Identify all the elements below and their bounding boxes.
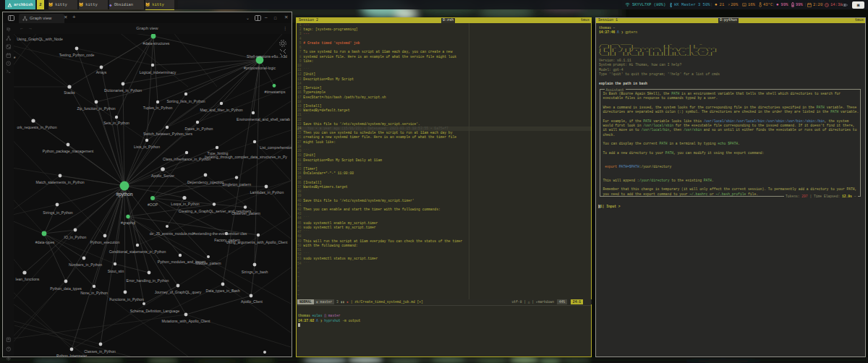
- svg-text:Apollo_Client: Apollo_Client: [241, 299, 263, 304]
- svg-text:Strings_in_bash: Strings_in_bash: [242, 270, 268, 274]
- svg-text:Switch_between_Python_vers: Switch_between_Python_vers: [143, 132, 193, 136]
- svg-text:None_in_Python: None_in_Python: [80, 291, 108, 295]
- svg-text:#graphql: #graphql: [121, 221, 135, 225]
- svg-text:Journey_of_GraphQL_query: Journey_of_GraphQL_query: [155, 290, 202, 294]
- svg-text:lean_functions: lean_functions: [16, 277, 40, 281]
- svg-text:Tuples_in_Python: Tuples_in_Python: [143, 106, 173, 110]
- svg-text:Class_inheritance_in_Python: Class_inheritance_in_Python: [163, 157, 210, 161]
- svg-text:Match_statements_in_Python: Match_statements_in_Python: [35, 180, 84, 184]
- svg-text:Error_handling_in_Python: Error_handling_in_Python: [127, 278, 169, 283]
- svg-text:Dates_in_Python: Dates_in_Python: [185, 127, 213, 131]
- svg-text:Logical_indeterminacy: Logical_indeterminacy: [140, 70, 176, 74]
- svg-text:#OOP: #OOP: [148, 202, 158, 207]
- svg-text:Python_data_types: Python_data_types: [50, 286, 82, 291]
- svg-text:Zip_function_in_Python: Zip_function_in_Python: [77, 106, 115, 111]
- svg-text:Map_and_filter_in_Python: Map_and_filter_in_Python: [200, 108, 242, 112]
- svg-text:Dependency_injection: Dependency_injection: [187, 180, 224, 184]
- svg-text:#timestamps: #timestamps: [265, 90, 286, 94]
- svg-text:Data_types_in_Bash: Data_types_in_Bash: [205, 289, 239, 293]
- svg-text:Observer_pattern: Observer_pattern: [231, 211, 260, 215]
- svg-text:Using_GraphQL_with_Node: Using_GraphQL_with_Node: [17, 37, 63, 41]
- svg-text:List_comprehension: List_comprehension: [260, 145, 292, 150]
- svg-text:Apollo_Server: Apollo_Server: [151, 174, 174, 178]
- svg-text:Classes_in_Python: Classes_in_Python: [84, 349, 116, 354]
- svg-text:#python: #python: [116, 192, 133, 197]
- svg-text:ork_requests_in_Python: ork_requests_in_Python: [17, 125, 57, 129]
- svg-text:Functions_in_Python: Functions_in_Python: [109, 297, 144, 302]
- svg-text:Numbers_in_Python: Numbers_in_Python: [69, 262, 102, 267]
- svg-text:Python_execution: Python_execution: [90, 240, 120, 244]
- svg-text:Environmental_and_shell_variab: Environmental_and_shell_variab: [237, 117, 290, 121]
- svg-text:Conditional_statements_in_Pyth: Conditional_statements_in_Python: [109, 249, 166, 254]
- svg-text:#data-types: #data-types: [35, 240, 55, 244]
- svg-text:Stacks: Stacks: [64, 90, 75, 95]
- svg-text:Dictionaries_in_Python: Dictionaries_in_Python: [104, 88, 142, 93]
- svg-text:Strings_in_Python: Strings_in_Python: [43, 210, 73, 215]
- svg-text:Python_package_management: Python_package_management: [43, 149, 94, 153]
- svg-text:#data-structures: #data-structures: [143, 41, 170, 46]
- svg-text:Using_arguments_with_Apollo_Cl: Using_arguments_with_Apollo_Client: [226, 240, 288, 244]
- svg-text:Module_pattern: Module_pattern: [195, 261, 221, 265]
- svg-text:IO_in_Python: IO_in_Python: [64, 235, 87, 239]
- svg-text:Sets_in_Python: Sets_in_Python: [103, 121, 129, 125]
- svg-text:Python_Interpreter: Python_Interpreter: [56, 354, 87, 356]
- svg-text:Lists_in_Python: Lists_in_Python: [134, 145, 160, 149]
- svg-text:Mutations_with_Apollo_Client: Mutations_with_Apollo_Client: [162, 319, 210, 323]
- svg-text:Testing_Python_code: Testing_Python_code: [59, 53, 95, 57]
- svg-text:Lambdas_in_Python: Lambdas_in_Python: [250, 190, 284, 195]
- svg-text:Iterating_through_complex_data: Iterating_through_complex_data_structure…: [205, 155, 287, 159]
- svg-text:Schema_Definition_Language: Schema_Definition_Language: [130, 309, 179, 313]
- svg-text:Singleton_pattern: Singleton_pattern: [222, 182, 251, 187]
- svg-text:Loops_in_Python: Loops_in_Python: [171, 202, 200, 206]
- svg-text:de_JS_events_module.md#extendi: de_JS_events_module.md#extending-the-eve…: [150, 231, 247, 236]
- svg-text:#propositional-logic: #propositional-logic: [244, 66, 276, 70]
- svg-text:Stout_stin: Stout_stin: [108, 269, 124, 273]
- svg-text:Arrays: Arrays: [96, 70, 107, 74]
- svg-text:Sorting_lists_in_Python: Sorting_lists_in_Python: [166, 99, 205, 103]
